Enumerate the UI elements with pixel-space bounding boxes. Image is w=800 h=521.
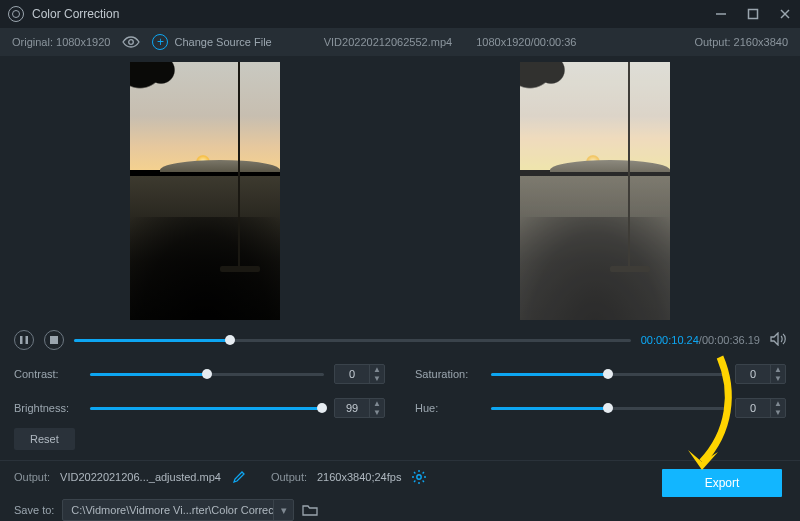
change-source-label: Change Source File (174, 36, 271, 48)
contrast-label: Contrast: (14, 368, 80, 380)
preview-toggle-icon[interactable] (122, 36, 140, 48)
volume-icon[interactable] (770, 332, 786, 348)
contrast-slider[interactable] (90, 373, 324, 376)
app-icon (8, 6, 24, 22)
stop-button[interactable] (44, 330, 64, 350)
output-resolution: Output: 2160x3840 (694, 36, 788, 48)
svg-rect-7 (50, 336, 58, 344)
contrast-row: Contrast: 0▲▼ (14, 364, 385, 384)
preview-area (0, 56, 800, 326)
hue-step-down[interactable]: ▼ (771, 408, 785, 417)
brightness-step-down[interactable]: ▼ (370, 408, 384, 417)
plus-icon: + (152, 34, 168, 50)
output-filename: VID2022021206..._adjusted.mp4 (60, 471, 221, 483)
brightness-row: Brightness: 99▲▼ (14, 398, 385, 418)
time-display: 00:00:10.24/00:00:36.19 (641, 334, 760, 346)
window-title: Color Correction (32, 7, 119, 21)
title-bar: Color Correction (0, 0, 800, 28)
hue-value-box[interactable]: 0▲▼ (735, 398, 786, 418)
seek-slider[interactable] (74, 339, 631, 342)
output-filename-label: Output: (14, 471, 50, 483)
brightness-slider[interactable] (90, 407, 324, 410)
info-bar: Original: 1080x1920 + Change Source File… (0, 28, 800, 56)
hue-step-up[interactable]: ▲ (771, 399, 785, 408)
brightness-step-up[interactable]: ▲ (370, 399, 384, 408)
svg-rect-1 (749, 10, 758, 19)
edit-filename-icon[interactable] (231, 469, 247, 485)
brightness-label: Brightness: (14, 402, 80, 414)
svg-point-8 (417, 475, 421, 479)
source-filename: VID20220212062552.mp4 (324, 36, 452, 48)
hue-slider[interactable] (491, 407, 725, 410)
svg-point-4 (129, 40, 134, 45)
source-fileinfo: 1080x1920/00:00:36 (476, 36, 576, 48)
saturation-step-up[interactable]: ▲ (771, 365, 785, 374)
hue-row: Hue: 0▲▼ (415, 398, 786, 418)
save-path-box[interactable]: C:\Vidmore\Vidmore Vi...rter\Color Corre… (62, 499, 294, 521)
saturation-slider[interactable] (491, 373, 725, 376)
maximize-button[interactable] (746, 7, 760, 21)
minimize-button[interactable] (714, 7, 728, 21)
saturation-step-down[interactable]: ▼ (771, 374, 785, 383)
original-preview (130, 62, 280, 320)
saturation-label: Saturation: (415, 368, 481, 380)
settings-icon[interactable] (411, 469, 427, 485)
close-button[interactable] (778, 7, 792, 21)
hue-label: Hue: (415, 402, 481, 414)
saturation-value-box[interactable]: 0▲▼ (735, 364, 786, 384)
save-path-dropdown[interactable]: ▾ (273, 500, 293, 520)
adjusted-preview (520, 62, 670, 320)
output-format: 2160x3840;24fps (317, 471, 401, 483)
contrast-value-box[interactable]: 0▲▼ (334, 364, 385, 384)
output-format-label: Output: (271, 471, 307, 483)
save-path: C:\Vidmore\Vidmore Vi...rter\Color Corre… (63, 504, 273, 516)
saturation-row: Saturation: 0▲▼ (415, 364, 786, 384)
svg-rect-6 (26, 336, 29, 344)
playback-bar: 00:00:10.24/00:00:36.19 (0, 326, 800, 358)
original-resolution: Original: 1080x1920 (12, 36, 110, 48)
save-to-label: Save to: (14, 504, 54, 516)
contrast-step-down[interactable]: ▼ (370, 374, 384, 383)
brightness-value-box[interactable]: 99▲▼ (334, 398, 385, 418)
pause-button[interactable] (14, 330, 34, 350)
svg-rect-5 (20, 336, 23, 344)
adjustment-sliders: Contrast: 0▲▼ Saturation: 0▲▼ Brightness… (0, 358, 800, 422)
export-button[interactable]: Export (662, 469, 782, 497)
open-folder-icon[interactable] (302, 502, 318, 518)
contrast-step-up[interactable]: ▲ (370, 365, 384, 374)
reset-button[interactable]: Reset (14, 428, 75, 450)
change-source-button[interactable]: + Change Source File (152, 34, 271, 50)
save-row: Save to: C:\Vidmore\Vidmore Vi...rter\Co… (0, 493, 800, 521)
